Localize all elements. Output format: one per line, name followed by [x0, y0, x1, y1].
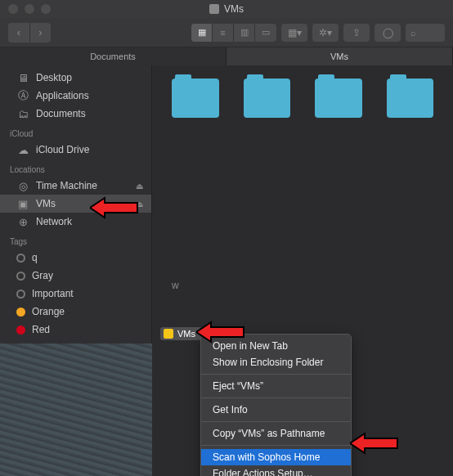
close-icon[interactable]: [8, 4, 18, 14]
ctx-eject[interactable]: Eject “VMs”: [201, 378, 351, 394]
separator: [201, 397, 351, 398]
sidebar-tag-important[interactable]: Important: [0, 285, 151, 303]
sidebar-label: Gray: [32, 270, 53, 281]
sidebar-tag-q[interactable]: q: [0, 249, 151, 267]
separator: [201, 445, 351, 446]
view-switcher[interactable]: ▦ ≡ ▥ ▭: [191, 24, 276, 42]
window-title: VMs: [209, 3, 244, 15]
ctx-show-enclosing[interactable]: Show in Enclosing Folder: [201, 354, 351, 370]
pathbar-label: VMs: [177, 329, 195, 339]
back-button[interactable]: ‹: [8, 23, 29, 43]
gallery-view-button[interactable]: ▭: [255, 24, 276, 42]
ctx-get-info[interactable]: Get Info: [201, 402, 351, 418]
sidebar-label: Applications: [36, 90, 89, 101]
folder-icon[interactable]: [315, 79, 362, 118]
share-button[interactable]: ⇪: [343, 24, 370, 42]
sidebar-label: Network: [36, 216, 72, 227]
sidebar-tag-red[interactable]: Red: [0, 321, 151, 339]
folder-icon[interactable]: [172, 79, 219, 118]
svg-marker-1: [196, 322, 244, 342]
sidebar-item-documents[interactable]: 🗂Documents: [0, 105, 151, 123]
sidebar-tag-gray[interactable]: Gray: [0, 267, 151, 285]
eject-icon[interactable]: ⏏: [136, 182, 143, 191]
folder-grid: [152, 65, 453, 131]
nav-back-forward: ‹ ›: [8, 23, 51, 43]
sidebar-label: VMs: [36, 198, 56, 209]
action-button[interactable]: ✲▾: [312, 24, 339, 42]
icon-view-button[interactable]: ▦: [191, 24, 213, 42]
svg-marker-2: [350, 433, 397, 453]
annotation-arrow: [90, 196, 139, 219]
window-title-text: VMs: [224, 3, 244, 15]
disk-icon: ▣: [16, 198, 29, 210]
tab-documents[interactable]: Documents: [0, 47, 226, 65]
tag-dot-icon: [16, 254, 25, 263]
annotation-arrow: [350, 432, 399, 455]
sidebar-label: Important: [32, 288, 74, 299]
sidebar-label: iCloud Drive: [36, 144, 89, 155]
minimize-icon[interactable]: [25, 4, 34, 14]
tag-dot-icon: [16, 326, 25, 335]
sidebar-header-locations: Locations: [0, 162, 151, 177]
volume-icon: [209, 4, 219, 14]
ctx-scan-sophos[interactable]: Scan with Sophos Home: [201, 449, 351, 465]
volume-icon: [164, 329, 173, 339]
annotation-arrow: [196, 321, 245, 344]
tab-vms[interactable]: VMs: [226, 47, 453, 65]
separator: [201, 374, 351, 375]
svg-marker-0: [90, 198, 137, 218]
arrange-button[interactable]: ▦▾: [281, 24, 307, 42]
tag-dot-icon: [16, 308, 25, 317]
sidebar-item-desktop[interactable]: 🖥Desktop: [0, 69, 151, 87]
titlebar: VMs: [0, 0, 453, 18]
toolbar: ‹ › ▦ ≡ ▥ ▭ ▦▾ ✲▾ ⇪ ◯ ⌕: [0, 18, 453, 47]
sidebar-header-tags: Tags: [0, 234, 151, 249]
folder-icon[interactable]: [387, 79, 434, 118]
sidebar-tag-orange[interactable]: Orange: [0, 303, 151, 321]
network-icon: ⊕: [16, 216, 29, 228]
tag-dot-icon: [16, 290, 25, 299]
sidebar-item-time-machine[interactable]: ◎Time Machine⏏: [0, 177, 151, 195]
sidebar-label: Red: [32, 324, 50, 335]
sidebar-item-icloud-drive[interactable]: ☁iCloud Drive: [0, 141, 151, 159]
applications-icon: Ⓐ: [16, 88, 29, 103]
window-controls[interactable]: [8, 4, 51, 14]
sidebar-label: Orange: [32, 306, 65, 317]
list-view-button[interactable]: ≡: [213, 24, 234, 42]
cloud-icon: ☁: [16, 144, 29, 156]
tag-dot-icon: [16, 272, 25, 281]
stray-label: w: [172, 280, 179, 291]
sidebar-header-icloud: iCloud: [0, 126, 151, 141]
separator: [201, 421, 351, 422]
zoom-icon[interactable]: [41, 4, 51, 14]
sidebar-label: Time Machine: [36, 180, 97, 191]
tab-bar: Documents VMs: [0, 47, 453, 65]
ctx-copy-pathname[interactable]: Copy “VMs” as Pathname: [201, 425, 351, 442]
column-view-button[interactable]: ▥: [234, 24, 255, 42]
tags-button[interactable]: ◯: [375, 24, 401, 42]
ctx-folder-actions[interactable]: Folder Actions Setup…: [201, 465, 351, 476]
documents-icon: 🗂: [16, 108, 29, 120]
sidebar-item-applications[interactable]: ⒶApplications: [0, 87, 151, 105]
search-input[interactable]: ⌕: [406, 24, 445, 42]
forward-button[interactable]: ›: [29, 23, 51, 43]
sidebar-label: q: [32, 252, 38, 263]
context-menu: Open in New Tab Show in Enclosing Folder…: [200, 334, 352, 476]
folder-icon[interactable]: [244, 79, 291, 118]
sidebar-label: Desktop: [36, 72, 72, 83]
disk-icon: ◎: [16, 180, 29, 192]
desktop-icon: 🖥: [16, 72, 29, 84]
sidebar-label: Documents: [36, 108, 86, 119]
